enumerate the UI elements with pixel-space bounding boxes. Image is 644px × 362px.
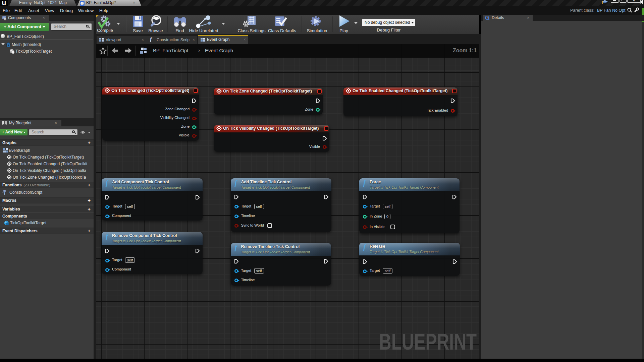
svg-text:i: i (487, 16, 488, 19)
